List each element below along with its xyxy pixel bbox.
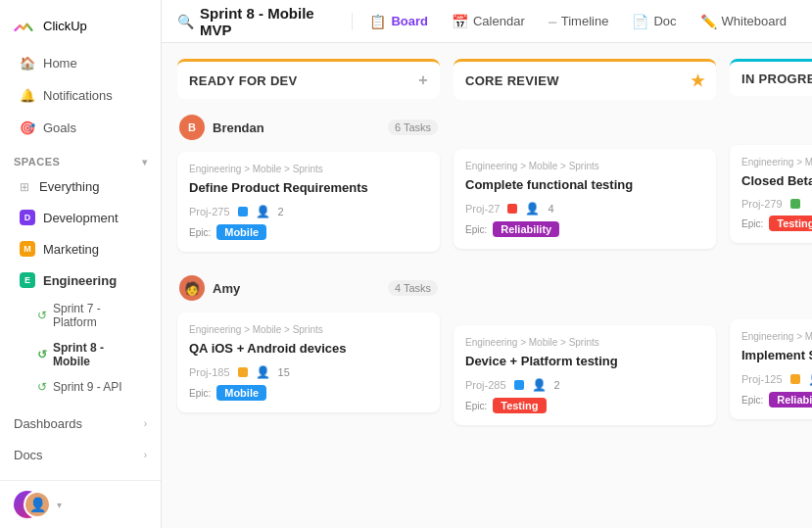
chevron-right-icon: ›: [144, 418, 147, 429]
chevron-right-icon: ›: [144, 450, 147, 460]
assignees-icon: 👤: [808, 372, 812, 386]
epic-badge: Testing: [493, 398, 546, 413]
task-epic-row: Epic: Mobile: [189, 224, 428, 240]
column-ready: READY FOR DEV + B Brendan 6 Tasks Engine…: [177, 59, 440, 512]
bottom-section: Dashboards › Docs ›: [0, 408, 161, 471]
task-epic-row: Epic: Reliability: [741, 392, 812, 408]
sidebar-item-everything[interactable]: ⊞ Everything: [6, 172, 155, 201]
sprint-icon: ↺: [37, 348, 47, 361]
sidebar-nav-notifications[interactable]: 🔔 Notifications: [6, 80, 155, 111]
assignees-icon: 👤: [256, 205, 270, 218]
sidebar-item-docs[interactable]: Docs ›: [0, 440, 161, 470]
task-meta: Proj-279: [741, 198, 812, 210]
column-header-core: CORE REVIEW ★: [454, 59, 716, 100]
task-id: Proj-185: [189, 366, 230, 378]
tab-doc[interactable]: 📄 Doc: [622, 8, 686, 35]
chevron-down-icon[interactable]: ▾: [142, 157, 148, 168]
task-title: Device + Platform testing: [465, 353, 704, 370]
sidebar-item-development[interactable]: D Development: [6, 203, 155, 232]
task-meta: Proj-275 👤 2: [189, 205, 428, 218]
sidebar-nav-goals[interactable]: 🎯 Goals: [6, 113, 155, 143]
user-avatar-stack[interactable]: S 👤: [14, 491, 49, 518]
task-id: Proj-125: [741, 373, 783, 385]
tab-whiteboard[interactable]: ✏️ Whiteboard: [691, 8, 796, 35]
assignees-icon: 👤: [525, 202, 540, 216]
calendar-icon: 📅: [452, 14, 468, 29]
priority-flag: [790, 199, 800, 209]
sidebar-item-dashboards[interactable]: Dashboards ›: [0, 408, 161, 439]
epic-label: Epic:: [465, 224, 487, 235]
user-photo-avatar: 👤: [24, 491, 51, 518]
epic-label: Epic:: [465, 401, 487, 411]
assignees-icon: 👤: [256, 365, 270, 379]
column-add-button[interactable]: +: [418, 72, 428, 89]
task-assignees: 4: [548, 203, 553, 215]
task-title: Implement SMS opt-in: [741, 347, 812, 364]
task-breadcrumb: Engineering > Mobile > Sprints: [741, 331, 812, 342]
engineering-dot: E: [20, 272, 35, 288]
sidebar-item-sprint8[interactable]: ↺ Sprint 8 - Mobile: [6, 336, 155, 373]
sidebar-nav-home[interactable]: 🏠 Home: [6, 48, 155, 78]
column-header-inprogress: IN PROGRESS: [730, 59, 812, 96]
task-title: Define Product Requirements: [189, 179, 428, 197]
sidebar-item-engineering[interactable]: E Engineering: [6, 265, 155, 295]
task-meta: Proj-285 👤 2: [465, 378, 704, 392]
column-header-ready: READY FOR DEV +: [177, 59, 440, 99]
group-amy-header: 🧑 Amy 4 Tasks: [177, 269, 440, 303]
column-add-button[interactable]: ★: [691, 72, 704, 90]
main-content: 🔍 Sprint 8 - Mobile MVP 📋 Board 📅 Calend…: [162, 0, 812, 528]
tab-timeline[interactable]: ⏤ Timeline: [539, 8, 619, 35]
task-card[interactable]: Engineering > Mobile > Sprints Closed Be…: [730, 145, 812, 243]
development-dot: D: [20, 210, 35, 225]
task-breadcrumb: Engineering > Mobile > Sprints: [465, 161, 704, 171]
priority-flag: [238, 207, 248, 216]
board-container: READY FOR DEV + B Brendan 6 Tasks Engine…: [162, 43, 812, 528]
task-card[interactable]: Engineering > Mobile > Sprints QA iOS + …: [177, 312, 440, 412]
epic-badge: Mobile: [216, 385, 266, 401]
notifications-icon: 🔔: [20, 88, 35, 103]
tab-calendar[interactable]: 📅 Calendar: [442, 8, 535, 35]
task-id: Proj-275: [189, 206, 230, 217]
task-card[interactable]: Engineering > Mobile > Sprints Implement…: [730, 319, 812, 419]
task-id: Proj-285: [465, 379, 506, 391]
task-card[interactable]: Engineering > Mobile > Sprints Complete …: [454, 149, 716, 249]
task-id: Proj-27: [465, 203, 500, 215]
home-icon: 🏠: [20, 56, 35, 71]
column-core: CORE REVIEW ★ Engineering > Mobile > Spr…: [454, 59, 716, 512]
task-epic-row: Epic: Reliability: [465, 221, 704, 237]
goals-icon: 🎯: [20, 120, 35, 135]
task-title: Complete functional testing: [465, 176, 704, 194]
epic-label: Epic:: [741, 218, 763, 229]
task-card[interactable]: Engineering > Mobile > Sprints Define Pr…: [177, 152, 440, 252]
clickup-logo-icon: [12, 14, 35, 37]
sidebar-item-sprint7[interactable]: ↺ Sprint 7 - Platform: [6, 297, 155, 334]
brendan-avatar: B: [179, 115, 205, 140]
epic-label: Epic:: [741, 395, 763, 406]
sidebar-item-marketing[interactable]: M Marketing: [6, 234, 155, 264]
page-title: Sprint 8 - Mobile MVP: [200, 5, 336, 38]
epic-badge: Testing: [769, 216, 812, 231]
task-breadcrumb: Engineering > Mobile > Sprints: [189, 164, 428, 174]
tab-board[interactable]: 📋 Board: [359, 8, 438, 35]
sidebar-item-sprint9[interactable]: ↺ Sprint 9 - API: [6, 375, 155, 399]
priority-flag: [790, 374, 800, 384]
marketing-dot: M: [20, 241, 35, 257]
logo[interactable]: ClickUp: [0, 0, 161, 47]
task-card[interactable]: Engineering > Mobile > Sprints Device + …: [454, 325, 716, 425]
doc-icon: 📄: [632, 14, 648, 29]
brendan-task-count: 6 Tasks: [388, 120, 438, 135]
priority-flag: [238, 367, 248, 377]
amy-avatar: 🧑: [179, 275, 205, 301]
amy-task-count: 4 Tasks: [388, 280, 438, 296]
task-id: Proj-279: [741, 198, 783, 210]
sprint-icon: ↺: [37, 309, 47, 322]
task-epic-row: Epic: Testing: [465, 398, 704, 413]
sidebar: ClickUp 🏠 Home 🔔 Notifications 🎯 Goals S…: [0, 0, 162, 528]
whiteboard-icon: ✏️: [700, 14, 717, 29]
search-icon: 🔍: [177, 14, 194, 29]
task-epic-row: Epic: Mobile: [189, 385, 428, 401]
priority-flag: [514, 380, 524, 390]
priority-flag: [507, 204, 517, 214]
epic-label: Epic:: [189, 227, 211, 238]
chevron-down-icon[interactable]: ▾: [57, 500, 62, 510]
